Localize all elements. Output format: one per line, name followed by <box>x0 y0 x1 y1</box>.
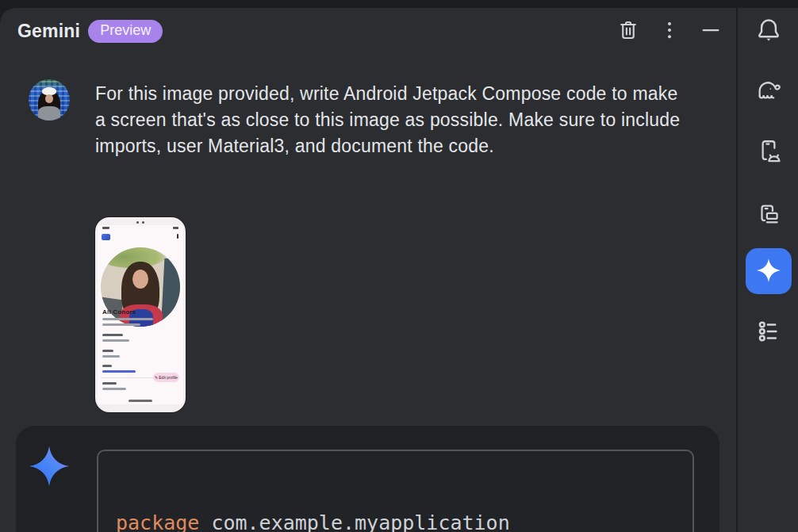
bulleted-list-icon <box>755 318 782 347</box>
notifications-button[interactable] <box>755 17 782 44</box>
phone-android-icon <box>755 138 782 167</box>
tool-window-bar <box>736 8 798 532</box>
thumbnail-link-placeholder <box>102 370 136 373</box>
structure-button[interactable] <box>755 319 782 346</box>
clear-chat-button[interactable] <box>616 18 641 44</box>
code-line: package com.example.myapplication <box>116 511 675 532</box>
thumbnail-text-placeholder <box>102 382 117 385</box>
thumbnail-text-placeholder <box>102 365 112 367</box>
device-mirroring-button[interactable] <box>755 202 782 229</box>
thumbnail-profile-name: Ali Conors <box>102 308 136 316</box>
gradle-button[interactable] <box>755 78 782 105</box>
running-devices-button[interactable] <box>755 139 782 166</box>
thumbnail-text-placeholder <box>102 355 120 358</box>
edit-profile-label: Edit profile <box>159 375 178 380</box>
gemini-response-bubble: package com.example.myapplication import… <box>16 426 719 532</box>
thumbnail-text-placeholder <box>102 388 126 390</box>
user-message-text: For this image provided, write Android J… <box>95 81 692 159</box>
attached-image-thumbnail[interactable]: Ali Conors ✎ Edit profile <box>95 217 186 412</box>
thumbnail-edit-profile-button: ✎ Edit profile <box>153 373 179 382</box>
panel-title: Gemini <box>17 21 80 42</box>
thumbnail-appbar-icon <box>102 234 110 240</box>
kebab-menu-icon <box>658 18 681 44</box>
gemini-star-icon <box>756 258 781 285</box>
header-actions <box>616 8 723 54</box>
thumbnail-text-placeholder <box>102 323 140 326</box>
gemini-tool-window: Gemini Preview <box>0 8 798 532</box>
bell-icon <box>755 17 782 46</box>
user-avatar <box>29 79 70 121</box>
minimize-icon <box>699 18 723 44</box>
device-layers-icon <box>755 201 782 231</box>
gemini-sparkle-icon <box>28 445 71 488</box>
code-block[interactable]: package com.example.myapplication import… <box>97 450 694 532</box>
minimize-button[interactable] <box>698 18 723 44</box>
preview-badge: Preview <box>88 20 163 43</box>
chat-pane: Gemini Preview <box>0 8 736 532</box>
code-content: package com.example.myapplication import… <box>98 451 692 532</box>
trash-icon <box>616 18 640 44</box>
thumbnail-phone-screen: Ali Conors ✎ Edit profile <box>98 225 183 404</box>
thumbnail-text-placeholder <box>102 334 123 336</box>
thumbnail-text-placeholder <box>102 339 129 342</box>
thumbnail-home-indicator <box>129 400 152 402</box>
gemini-tool-button[interactable] <box>746 248 792 294</box>
thumbnail-text-placeholder <box>102 318 153 320</box>
thumbnail-appbar-kebab-icon <box>177 234 178 239</box>
thumbnail-status-time <box>102 227 109 229</box>
pencil-icon: ✎ <box>155 375 158 380</box>
thumbnail-status-battery <box>173 227 178 229</box>
thumbnail-text-placeholder <box>102 350 113 352</box>
panel-header: Gemini Preview <box>0 8 736 54</box>
more-options-button[interactable] <box>657 18 682 44</box>
gradle-elephant-icon <box>755 77 782 106</box>
